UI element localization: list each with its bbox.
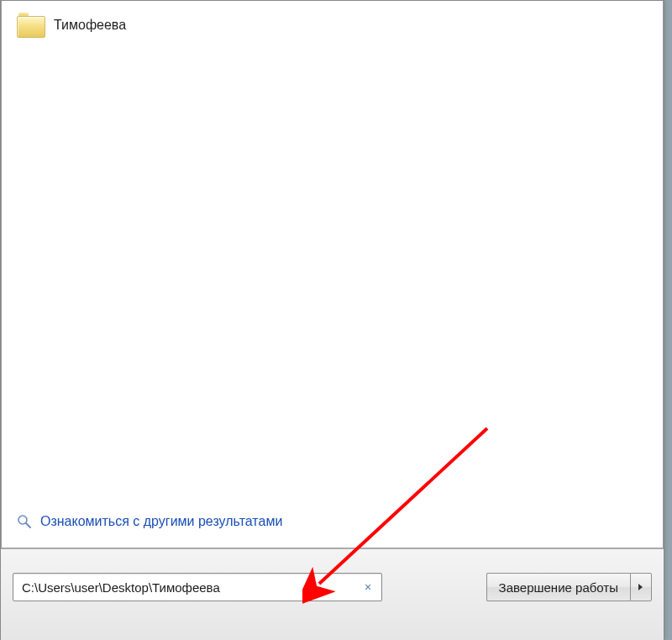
search-result-item[interactable]: Тимофеева — [2, 1, 663, 46]
window-right-edge — [664, 0, 672, 640]
close-icon: × — [365, 580, 371, 594]
search-result-label: Тимофеева — [54, 18, 126, 33]
magnifier-icon — [17, 514, 32, 529]
shutdown-button[interactable]: Завершение работы — [486, 573, 630, 601]
search-results-area: Тимофеева Ознакомиться с другими результ… — [1, 1, 664, 548]
shutdown-group: Завершение работы — [486, 573, 652, 601]
folder-icon — [17, 13, 45, 38]
more-results-link[interactable]: Ознакомиться с другими результатами — [40, 514, 282, 529]
svg-line-1 — [26, 523, 30, 527]
search-box[interactable]: × — [13, 573, 382, 601]
chevron-right-icon — [638, 583, 644, 591]
search-input[interactable] — [22, 574, 360, 601]
bottom-bar: × Завершение работы — [1, 548, 664, 640]
shutdown-options-button[interactable] — [630, 573, 652, 601]
clear-search-button[interactable]: × — [360, 579, 376, 595]
start-menu-panel: Тимофеева Ознакомиться с другими результ… — [0, 0, 664, 640]
more-results-row[interactable]: Ознакомиться с другими результатами — [2, 501, 664, 548]
